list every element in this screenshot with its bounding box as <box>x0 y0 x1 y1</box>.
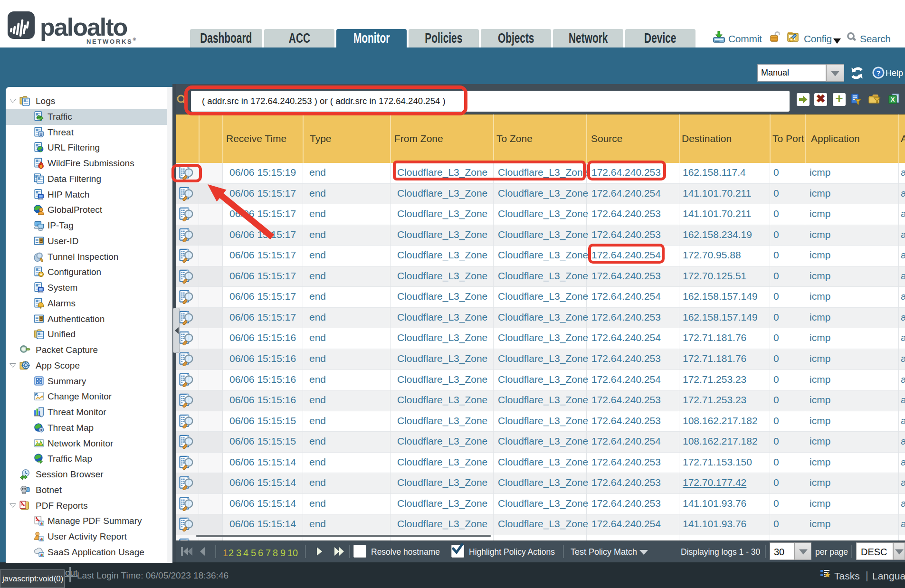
svg-text:x: x <box>40 132 43 136</box>
svg-text:x: x <box>40 427 42 432</box>
